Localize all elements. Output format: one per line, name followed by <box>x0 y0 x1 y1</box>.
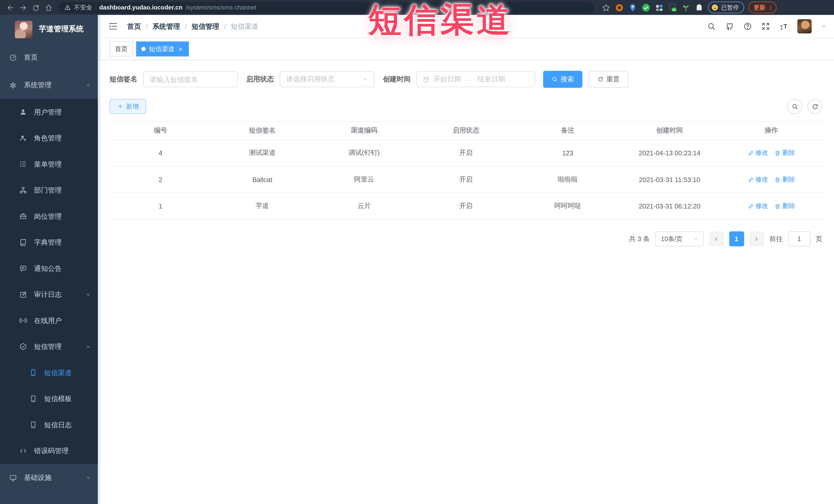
sidebar-item-users[interactable]: 用户管理 <box>0 99 100 125</box>
page-1-button[interactable]: 1 <box>729 231 744 246</box>
goto-page-input[interactable] <box>788 231 810 246</box>
search-icon[interactable] <box>707 22 716 31</box>
sidebar-item-menus[interactable]: 菜单管理 <box>0 151 100 177</box>
table-row: 1芋道云片开启呵呵呵哒2021-03-31 06:12:20修改删除 <box>110 193 822 220</box>
kebab-menu-icon[interactable] <box>768 5 773 10</box>
notice-icon <box>19 264 27 272</box>
cell-status: 开启 <box>415 193 517 220</box>
column-header: 操作 <box>721 122 822 139</box>
tab-sms-channel[interactable]: 短信渠道 <box>136 42 189 57</box>
address-bar[interactable]: 不安全 dashboard.yudao.iocoder.cn/system/sm… <box>59 2 594 13</box>
cell-created: 2021-04-13 00:23:14 <box>619 140 721 167</box>
refresh-table-button[interactable] <box>807 99 822 114</box>
date-separator: - <box>468 75 470 83</box>
svg-text:T: T <box>784 23 787 30</box>
add-button[interactable]: 新增 <box>110 99 146 114</box>
sidebar-item-label: 部门管理 <box>34 185 62 195</box>
ext-check-circle-icon[interactable] <box>641 3 651 12</box>
chevron-down-icon <box>693 236 699 242</box>
status-select[interactable]: 请选择启用状态 <box>280 71 374 87</box>
edit-link[interactable]: 修改 <box>748 201 768 211</box>
cell-created: 2021-03-31 11:53:10 <box>619 167 721 193</box>
sidebar-item-dict[interactable]: 字典管理 <box>0 229 100 256</box>
tab-home[interactable]: 首页 <box>110 42 133 57</box>
sidebar-item-sms[interactable]: 短信管理 <box>0 333 100 360</box>
sidebar-item-sms-template[interactable]: 短信模板 <box>0 386 100 412</box>
date-start-placeholder: 开始日期 <box>434 74 461 84</box>
reload-button[interactable] <box>30 2 42 13</box>
menu-icon <box>19 160 27 168</box>
sidebar-item-roles[interactable]: 角色管理 <box>0 125 100 151</box>
sidebar-item-label: 首页 <box>24 52 38 62</box>
sign-label: 短信签名 <box>110 74 137 84</box>
main-area: 首页/系统管理/短信管理/短信渠道 TT 首页短信渠道 短信签名 <box>100 15 834 504</box>
delete-link[interactable]: 删除 <box>775 201 795 211</box>
sidebar-item-sms-channel[interactable]: 短信渠道 <box>0 360 100 386</box>
page-size-select[interactable]: 10条/页 <box>655 231 704 246</box>
sidebar-collapse-icon[interactable] <box>108 21 118 31</box>
help-icon[interactable] <box>743 22 752 31</box>
mobile-icon <box>29 395 37 402</box>
refresh-icon <box>811 103 818 110</box>
date-range-picker[interactable]: 开始日期 - 结束日期 <box>416 71 535 87</box>
paused-badge[interactable]: 已暂停 <box>708 2 744 13</box>
back-button[interactable] <box>4 2 16 13</box>
chevron-down-icon[interactable] <box>821 23 827 29</box>
search-button[interactable]: 搜索 <box>543 71 583 88</box>
cell-id: 4 <box>110 140 212 167</box>
reset-button[interactable]: 重置 <box>589 71 628 88</box>
close-icon[interactable] <box>178 46 183 52</box>
page-unit-label: 页 <box>816 235 822 243</box>
sidebar-item-notice[interactable]: 通知公告 <box>0 256 100 282</box>
forward-button[interactable] <box>17 2 29 13</box>
breadcrumb-item[interactable]: 短信管理 <box>192 22 219 31</box>
sidebar-item-audit-log[interactable]: 审计日志 <box>0 281 100 308</box>
sign-input[interactable] <box>143 71 238 87</box>
prev-page-button[interactable] <box>709 231 724 246</box>
ext-leaf-icon[interactable] <box>681 3 690 12</box>
cell-code: 阿里云 <box>313 167 415 193</box>
ext-grid-icon[interactable] <box>655 3 664 12</box>
home-button[interactable] <box>43 2 54 13</box>
sidebar-item-infra[interactable]: 基础设施 <box>0 464 100 492</box>
sidebar-scrollbar[interactable] <box>98 15 100 504</box>
github-icon[interactable] <box>725 22 734 31</box>
sidebar-item-posts[interactable]: 岗位管理 <box>0 203 100 229</box>
sidebar-item-error-code[interactable]: 错误码管理 <box>0 438 100 464</box>
svg-text:T: T <box>780 25 783 29</box>
sidebar-menu: 首页系统管理用户管理角色管理菜单管理部门管理岗位管理字典管理通知公告审计日志在线… <box>0 44 100 492</box>
cell-code: 云片 <box>313 193 415 220</box>
sidebar-item-label: 审计日志 <box>34 290 62 299</box>
table-toolbar: 新增 <box>110 99 822 114</box>
calendar-icon <box>423 76 430 83</box>
breadcrumb-item[interactable]: 首页 <box>127 22 141 31</box>
edit-link[interactable]: 修改 <box>748 148 768 157</box>
add-button-label: 新增 <box>126 102 139 111</box>
tab-bar: 首页短信渠道 <box>100 38 834 60</box>
reload-icon <box>31 3 40 11</box>
sidebar-item-online-users[interactable]: 在线用户 <box>0 308 100 334</box>
ext-donut-icon[interactable] <box>615 3 624 12</box>
font-size-icon[interactable]: TT <box>779 22 788 31</box>
breadcrumb-item[interactable]: 系统管理 <box>152 22 180 31</box>
toggle-search-button[interactable] <box>787 99 802 114</box>
app-logo <box>15 21 32 38</box>
ext-location-pin-icon[interactable] <box>628 3 637 12</box>
sidebar-item-label: 短信模板 <box>44 394 72 403</box>
delete-link[interactable]: 删除 <box>775 175 795 184</box>
fullscreen-icon[interactable] <box>761 22 770 31</box>
avatar[interactable] <box>797 19 812 34</box>
delete-link[interactable]: 删除 <box>775 148 795 157</box>
ext-puzzle-icon[interactable] <box>695 3 704 12</box>
table-row: 2Ballcat阿里云开启啦啦啦2021-03-31 11:53:10修改删除 <box>110 167 822 193</box>
sidebar-item-home[interactable]: 首页 <box>0 44 100 71</box>
bookmark-star-icon[interactable] <box>602 3 611 12</box>
sidebar-item-system[interactable]: 系统管理 <box>0 71 100 99</box>
tab-label: 短信渠道 <box>149 44 174 53</box>
sidebar-item-depts[interactable]: 部门管理 <box>0 177 100 203</box>
sidebar-item-sms-log[interactable]: 短信日志 <box>0 412 100 438</box>
edit-link[interactable]: 修改 <box>748 175 768 184</box>
ext-on-badge-icon[interactable]: on <box>668 3 677 12</box>
update-button[interactable]: 更新 <box>748 2 776 13</box>
next-page-button[interactable] <box>749 231 764 246</box>
